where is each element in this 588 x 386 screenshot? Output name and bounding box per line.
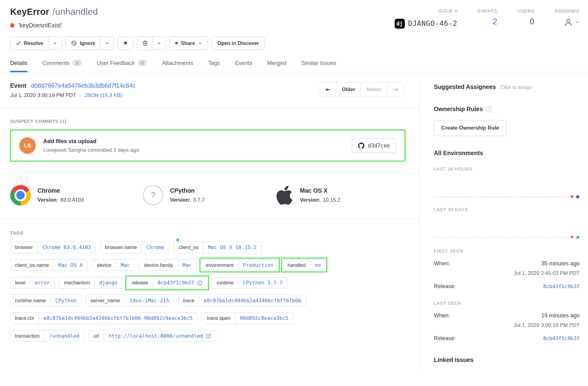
issue-number-label: ISSUE # <box>438 8 457 14</box>
tag-value[interactable]: 8cb43f1c9b37 <box>153 277 207 289</box>
tab-label: Comments <box>42 60 69 66</box>
help-icon[interactable]: ? <box>486 106 492 112</box>
assignee-dropdown[interactable] <box>564 18 580 27</box>
ownership-rules-title: Ownership Rules <box>434 106 483 113</box>
delete-dropdown-button[interactable] <box>153 36 166 50</box>
resolve-label: Resolve <box>24 40 43 46</box>
tag-key: level <box>10 277 30 289</box>
tab-similar-issues[interactable]: Similar Issues <box>301 60 336 72</box>
tag-client-os: client_osMac OS X 10.15.2 <box>174 242 261 253</box>
last-30-days-label: LAST 30 DAYS <box>434 207 580 212</box>
event-header-section: Event d08d7667e4a5476eb3b3db6d7f14c84c J… <box>0 72 419 109</box>
tag-trace-ctx: trace.ctxe8c87ba1dc494bb2a4346bcfbf7b1b0… <box>10 312 197 324</box>
chevron-down-icon <box>198 41 203 46</box>
tag-value[interactable]: Production <box>238 259 278 271</box>
share-button[interactable]: Share <box>170 36 208 50</box>
tab-tags[interactable]: Tags <box>208 60 220 72</box>
newer-event-button[interactable]: Newer <box>360 82 388 97</box>
stat-assignee: ASSIGNEE <box>554 8 580 29</box>
tag-value[interactable]: django <box>94 277 122 289</box>
checkmark-icon <box>16 41 21 46</box>
tag-value[interactable]: Mac <box>178 259 196 271</box>
tag-value[interactable]: Mac <box>116 259 135 271</box>
events-count-link[interactable]: 2 <box>493 18 497 26</box>
action-bar: Resolve Ignore ★ <box>10 36 580 50</box>
older-event-button[interactable]: Older <box>336 82 361 97</box>
suggested-assignees-hint: Click to assign <box>500 85 532 90</box>
django-platform-icon: dj <box>395 19 405 29</box>
share-icon <box>175 42 178 45</box>
tag-value[interactable]: Mac OS X 10.15.2 <box>203 242 262 253</box>
tab-label: User Feedback <box>97 60 135 66</box>
tag-value[interactable]: CPython 3.7.7 <box>238 277 287 289</box>
tag-value[interactable]: Idos-iMac-215 <box>125 295 174 306</box>
event-id-link[interactable]: d08d7667e4a5476eb3b3db6d7f14c84c <box>31 82 135 89</box>
tag-value[interactable]: error <box>30 277 55 289</box>
context-name: Chrome <box>38 187 84 194</box>
tab-merged[interactable]: Merged <box>267 60 286 72</box>
tab-label: Tags <box>208 60 220 66</box>
tag-value[interactable]: 90d892c9eace3bc5 <box>235 312 293 324</box>
tab-label: Merged <box>267 60 286 66</box>
commit-message: Add files via upload <box>43 138 344 145</box>
tag-key: transaction <box>10 330 44 342</box>
ignore-dropdown-button[interactable] <box>100 36 114 50</box>
tag-key: browser <box>10 242 38 253</box>
newest-event-button[interactable]: ⇥ <box>387 82 404 97</box>
tag-value[interactable]: e8c87ba1dc494bb2a4346bcfbf7b1b06-90d892c… <box>38 312 197 324</box>
tab-bar: Details Comments0 User Feedback0 Attachm… <box>0 60 588 72</box>
person-icon <box>564 18 573 27</box>
python-unknown-icon: ? <box>143 185 163 205</box>
tag-value[interactable]: e8c87ba1dc494bb2a4346bcfbf7b1b06 <box>199 295 306 306</box>
stat-users: USERS 0 <box>518 8 534 29</box>
commit-sha-button[interactable]: d3d7cee <box>352 139 396 153</box>
tab-user-feedback[interactable]: User Feedback0 <box>97 60 147 72</box>
stat-events: EVENTS 2 <box>477 8 497 29</box>
external-link-icon[interactable] <box>206 333 211 339</box>
bookmark-button[interactable]: ★ <box>118 36 133 50</box>
tag-value[interactable]: Chrome 83.0.4103 <box>38 242 96 253</box>
tag-value[interactable]: CPython <box>50 295 82 306</box>
users-count: 0 <box>530 18 534 26</box>
tab-events[interactable]: Events <box>235 60 252 72</box>
tag-value[interactable]: /unhandled <box>44 330 84 342</box>
ignore-button[interactable]: Ignore <box>66 36 101 50</box>
event-contexts-section: Chrome Version:83.0.4103 ? CPython Versi… <box>0 173 419 219</box>
resolve-button[interactable]: Resolve <box>10 36 49 50</box>
last-seen-release-link[interactable]: 8cb43f1c9b37 <box>543 336 580 341</box>
delete-button[interactable] <box>137 36 153 50</box>
suspect-commit-row: LS Add files via upload Lovepreet Sangha… <box>10 130 405 161</box>
info-icon[interactable] <box>197 280 203 286</box>
last-24-hours-label: LAST 24 HOURS <box>434 167 580 171</box>
open-in-discover-button[interactable]: Open in Discover <box>212 36 264 50</box>
tab-comments[interactable]: Comments0 <box>42 60 82 72</box>
resolve-dropdown-button[interactable] <box>49 36 62 50</box>
tag-device: deviceMac <box>92 259 135 271</box>
all-environments-title: All Environments <box>434 150 580 157</box>
raw-json-link[interactable]: JSON (15.3 KB) <box>85 92 122 99</box>
chrome-icon <box>10 185 31 206</box>
tab-attachments[interactable]: Attachments <box>162 60 193 72</box>
tag-value[interactable]: no <box>310 259 326 271</box>
events-sparkline-30d <box>434 214 580 238</box>
chevron-down-icon <box>53 41 58 46</box>
tag-handled: handledno <box>283 259 326 271</box>
events-label: EVENTS <box>477 8 497 14</box>
first-seen-release-link[interactable]: 8cb43f1c9b37 <box>543 283 580 289</box>
tag-value[interactable]: Mac OS X <box>54 259 87 271</box>
tab-details[interactable]: Details <box>10 60 27 72</box>
skip-to-last-icon: ⇥ <box>393 86 398 93</box>
ignore-label: Ignore <box>80 40 95 46</box>
tag-value[interactable]: http://localhost:8000/unhandled <box>104 330 216 342</box>
feedback-count-badge: 0 <box>138 60 147 66</box>
first-seen-date: Jul 1, 2020 2:45:03 PM PDT <box>434 270 580 276</box>
tag-level: levelerror <box>10 277 55 289</box>
create-ownership-rule-button[interactable]: Create Ownership Rule <box>434 120 506 136</box>
tag-value[interactable]: Chrome <box>141 242 169 253</box>
tags-section: TAGS browserChrome 83.0.4103 browser.nam… <box>0 219 419 357</box>
event-pagination: ⇤ Older Newer ⇥ <box>320 82 404 97</box>
first-seen-heading: FIRST SEEN <box>434 249 580 254</box>
apple-icon <box>276 184 293 206</box>
tag-key: runtime.name <box>10 295 50 306</box>
oldest-event-button[interactable]: ⇤ <box>320 82 336 97</box>
